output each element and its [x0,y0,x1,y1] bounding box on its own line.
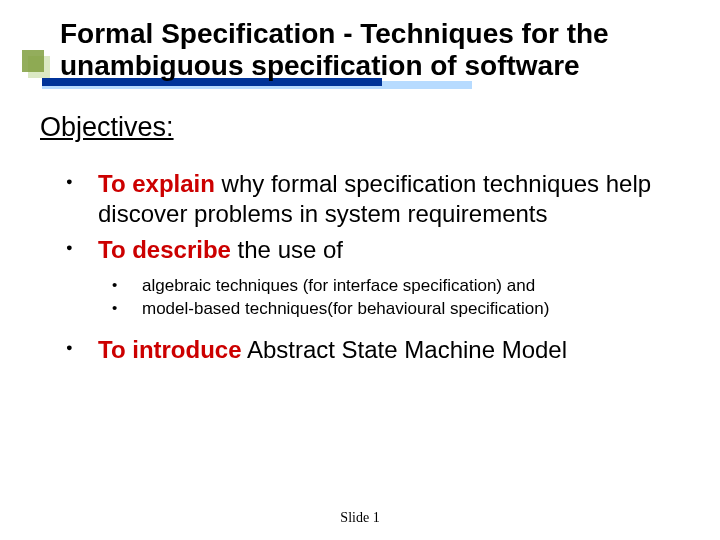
slide: Formal Specification - Techniques for th… [0,0,720,540]
bullet-rest: the use of [231,236,343,263]
section-heading: Objectives: [40,112,680,143]
bullet-bold: To describe [98,236,231,263]
list-item: To introduce Abstract State Machine Mode… [66,335,680,365]
objectives-list-cont: To introduce Abstract State Machine Mode… [40,335,680,365]
slide-title-block: Formal Specification - Techniques for th… [60,18,680,82]
list-item: algebraic techniques (for interface spec… [112,275,680,298]
title-line-2: unambiguous specification of software [60,50,580,81]
bullet-rest: Abstract State Machine Model [242,336,568,363]
slide-title: Formal Specification - Techniques for th… [60,18,680,82]
bullet-bold: To introduce [98,336,242,363]
slide-number: Slide 1 [0,510,720,526]
bullet-bold: To explain [98,170,215,197]
list-item: To explain why formal specification tech… [66,169,680,229]
objectives-list: To explain why formal specification tech… [40,169,680,265]
decorative-square-icon [22,50,48,76]
list-item: To describe the use of [66,235,680,265]
list-item: model-based techniques(for behavioural s… [112,298,680,321]
sub-objectives-list: algebraic techniques (for interface spec… [40,275,680,321]
title-line-1: Formal Specification - Techniques for th… [60,18,609,49]
